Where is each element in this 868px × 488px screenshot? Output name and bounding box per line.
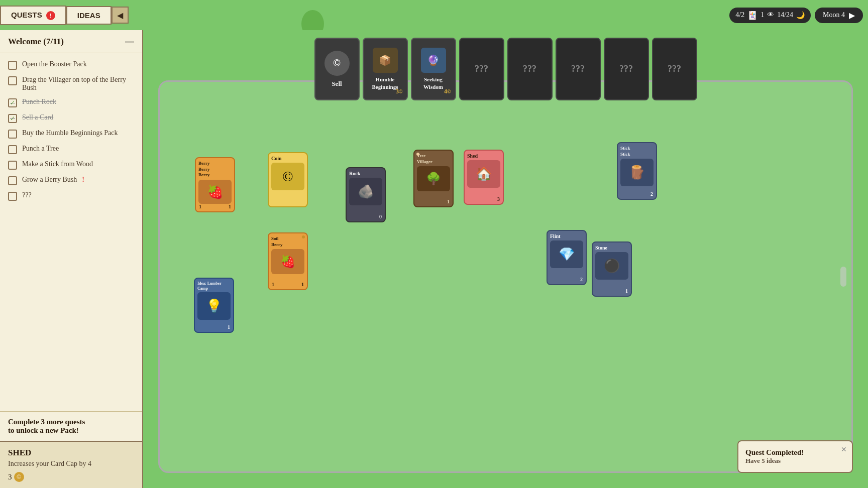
tab-group: QUESTS ! IDEAS ◀ [0,6,129,25]
unknown-label-3: ??? [571,64,585,74]
rock-card[interactable]: Rock 🪨 0 [346,167,386,222]
top-bar: QUESTS ! IDEAS ◀ 4/2 🃏 1 👁 14/24 🌙 Moon … [0,0,868,30]
stick-card-count: 2 [650,191,653,197]
game-area: © Sell 📦 HumbleBeginnings 3© 🔮 SeekingWi… [143,30,868,488]
unlock-text: Complete 3 more queststo unlock a new Pa… [8,418,85,434]
unknown-label-2: ??? [523,64,536,74]
soil-berry-name: SoilBerry [271,236,304,248]
unknown-card-2[interactable]: ??? [507,38,553,100]
tab-ideas[interactable]: IDEAS [66,6,112,25]
top-bar-stats: 4/2 🃏 1 👁 14/24 🌙 Moon 4 ▶ [729,8,868,23]
flint-card-icon: 💎 [550,240,583,268]
next-moon-button[interactable]: ▶ [849,11,855,20]
shed-card-name: Shed [467,153,500,159]
berry-card-icon: 🍓 [198,180,232,204]
moon-count: 14/24 [777,11,793,19]
soil-berry-card[interactable]: SoilBerry 🍓 1 1 [268,232,308,290]
quest-label-1: Open the Booster Pack [22,60,87,68]
soil-berry-count-right: 1 [301,282,304,287]
scroll-handle[interactable] [840,267,846,287]
moon-label: Moon 4 [823,11,845,19]
berry-card-count-left: 1 [199,204,201,209]
seeking-wisdom-card[interactable]: 🔮 SeekingWisdom 4© [411,38,456,100]
flint-card[interactable]: Flint 💎 2 [547,230,587,285]
quest-item[interactable]: Open the Booster Pack [8,57,134,73]
quest-item-completed[interactable]: Sell a Card [8,110,134,126]
shop-tray: © Sell 📦 HumbleBeginnings 3© 🔮 SeekingWi… [314,38,697,100]
humble-label: HumbleBeginnings [372,76,398,90]
lumber-camp-icon: 💡 [197,292,231,320]
tree-villager-name: TreeVillager [417,153,450,165]
stone-card-name: Stone [595,245,628,251]
quest-title: Welcome (7/11) [8,37,64,47]
quest-label-8: Grow a Berry Bush [22,176,77,184]
quest-item[interactable]: Punch a Tree [8,142,134,157]
quest-item-alert[interactable]: Grow a Berry Bush ! [8,173,134,188]
stone-card-count: 1 [625,288,628,294]
toast-close-button[interactable]: ✕ [841,445,847,453]
rock-card-name: Rock [349,171,382,176]
unknown-card-5[interactable]: ??? [652,38,697,100]
sell-icon: © [324,51,350,76]
eye-count: 1 [761,11,764,19]
quest-alert-8: ! [82,176,84,184]
quest-list: Open the Booster Pack Drag the Villager … [0,53,142,411]
quest-check-9 [8,192,17,201]
quest-item-unknown[interactable]: ??? [8,188,134,204]
quest-header: Welcome (7/11) — [0,30,142,53]
humble-icon: 📦 [373,48,398,73]
lumber-camp-count: 1 [228,324,230,330]
berry-card[interactable]: BerryBerryBerry 🍓 1 1 [195,157,235,212]
card-icon: 🃏 [747,11,757,20]
shed-coins: 3 © [8,472,134,482]
quest-label-9: ??? [22,191,32,199]
unknown-label-1: ??? [475,64,488,74]
rock-card-count: 0 [379,214,382,219]
coin-icon: © [14,472,24,482]
collapse-panel-button[interactable]: ◀ [112,7,129,24]
coin-card-name: Coin [271,156,304,161]
quest-label-6: Punch a Tree [22,145,59,153]
quest-item[interactable]: Make a Stick from Wood [8,157,134,173]
sell-card[interactable]: © Sell [314,38,360,100]
unknown-card-3[interactable]: ??? [556,38,601,100]
quest-item[interactable]: Drag the Villager on top of the Berry Bu… [8,73,134,95]
seeking-label: SeekingWisdom [423,76,443,90]
collapse-quest-button[interactable]: — [125,36,134,47]
card-stat-box: 4/2 🃏 1 👁 14/24 🌙 [729,8,811,23]
left-panel: Welcome (7/11) — Open the Booster Pack D… [0,30,143,488]
play-field: BerryBerryBerry 🍓 1 1 Coin © Rock 🪨 0 Tr… [158,80,853,473]
soil-berry-count-left: 1 [272,282,274,287]
stone-card[interactable]: Stone ⚫ 1 [592,241,632,297]
tree-villager-card[interactable]: TreeVillager 🌳 1 [413,150,454,207]
tree-villager-dot [416,153,419,156]
quests-label: QUESTS [11,11,42,19]
toast-subtitle: Have 5 ideas [745,457,832,465]
soil-berry-icon: 🍓 [271,249,304,274]
coin-card[interactable]: Coin © [268,152,308,207]
ideas-label: IDEAS [77,11,100,20]
quest-completed-toast: Quest Completed! Have 5 ideas ✕ [737,440,853,473]
shed-card[interactable]: Shed 🏠 3 [464,150,504,205]
tab-quests[interactable]: QUESTS ! [0,6,66,25]
unknown-label-4: ??? [619,64,633,74]
sell-label: Sell [332,80,342,88]
unknown-card-4[interactable]: ??? [604,38,649,100]
humble-pack-card[interactable]: 📦 HumbleBeginnings 3© [363,38,408,100]
tree-villager-count: 1 [447,199,450,204]
stick-card-name: StickStick [620,146,654,157]
humble-price: 3© [396,88,402,95]
quests-badge: ! [46,11,55,20]
quest-check-3 [8,98,17,107]
lumber-camp-card[interactable]: Idea: Lumber Camp 💡 1 [194,278,234,333]
quest-label-5: Buy the Humble Beginnings Pack [22,129,118,137]
shed-coin-count: 3 [8,473,12,481]
shed-title: SHED [8,448,134,458]
quest-check-6 [8,145,17,154]
unknown-card-1[interactable]: ??? [459,38,504,100]
quest-item-completed[interactable]: Punch Rock [8,95,134,110]
stick-card[interactable]: StickStick 🪵 2 [617,142,657,200]
quest-check-1 [8,61,17,70]
unknown-label-5: ??? [668,64,681,74]
quest-item[interactable]: Buy the Humble Beginnings Pack [8,126,134,142]
